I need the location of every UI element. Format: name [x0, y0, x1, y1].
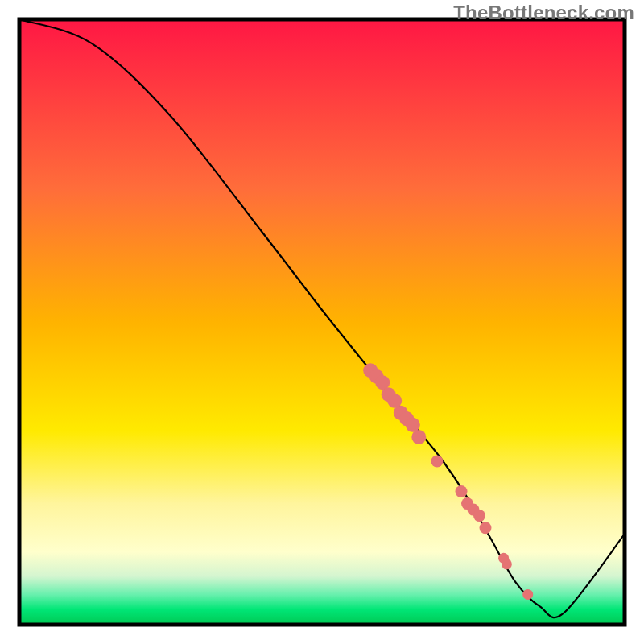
chart-stage: TheBottleneck.com [0, 0, 644, 644]
data-point [411, 430, 426, 444]
data-point [522, 589, 533, 600]
data-point [473, 510, 485, 522]
chart-svg [0, 0, 644, 644]
data-point [480, 522, 492, 534]
watermark-label: TheBottleneck.com [453, 2, 634, 24]
data-point [456, 485, 468, 497]
data-point [431, 456, 443, 468]
data-point [502, 559, 512, 569]
plot-background [19, 19, 625, 625]
